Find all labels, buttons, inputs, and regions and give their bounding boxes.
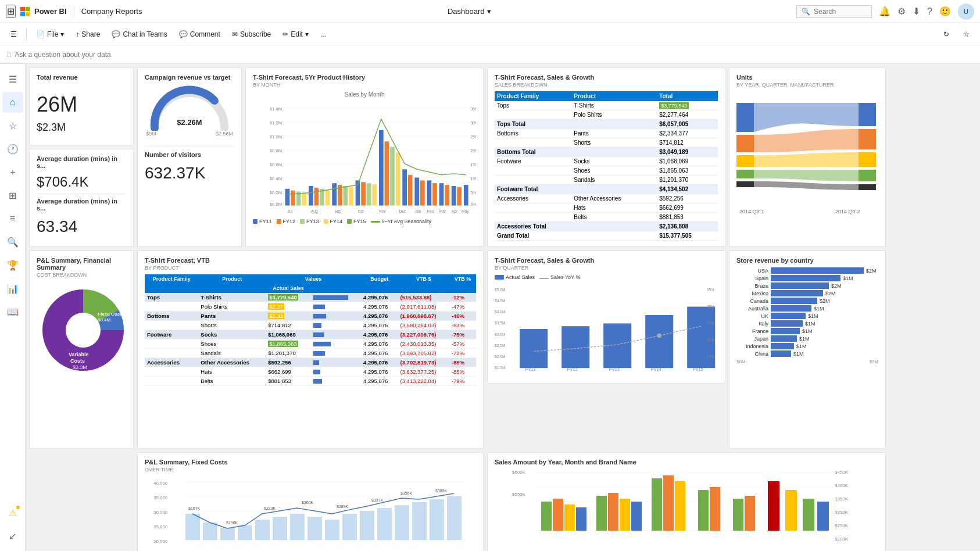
vtb-cell-vtbp: -12% <box>449 293 476 302</box>
file-chevron: ▾ <box>60 30 64 38</box>
vtb-cell-bar <box>311 302 361 312</box>
chat-in-teams-button[interactable]: 💬 Chat in Teams <box>107 28 171 41</box>
svg-text:$289K: $289K <box>337 505 349 509</box>
feedback-button[interactable]: 🙂 <box>939 6 951 17</box>
store-row-spain: Spain $1M <box>736 275 878 281</box>
sidebar-item-metrics[interactable]: 📊 <box>2 278 23 299</box>
notification-button[interactable]: 🔔 <box>879 6 890 17</box>
svg-text:$2.0M: $2.0M <box>495 355 506 359</box>
svg-rect-126 <box>273 517 287 540</box>
vtb-cell-bar <box>311 312 361 321</box>
refresh-button[interactable]: ↻ <box>939 28 954 41</box>
svg-text:$0.4M: $0.4M <box>98 317 111 323</box>
edit-button[interactable]: ✏ Edit ▾ <box>278 28 313 41</box>
cell-acc-total-val: $2,136,808 <box>657 222 718 231</box>
search-box[interactable]: 🔍 <box>796 5 872 18</box>
svg-rect-167 <box>663 475 674 531</box>
tshirt-sg-title: T-Shirt Forecast, Sales & Growth <box>495 74 718 81</box>
svg-rect-71 <box>736 181 754 187</box>
svg-rect-73 <box>859 129 876 149</box>
svg-text:Fixed Costs: Fixed Costs <box>98 312 124 317</box>
store-val-canada: $2M <box>820 298 830 304</box>
legend-yoy: Sales YoY % <box>539 274 580 280</box>
svg-rect-72 <box>859 103 876 126</box>
quarter-chart-svg: $5.0M $4.5M $4.0M $3.5M $3.0M $2.5M $2.0… <box>495 282 718 375</box>
svg-text:15%: 15% <box>470 163 476 167</box>
svg-text:$0.6M: $0.6M <box>270 162 282 167</box>
download-button[interactable]: ⬇ <box>913 6 920 17</box>
sidebar-item-learn[interactable]: 📖 <box>2 301 23 322</box>
dashboard-button[interactable]: Dashboard ▾ <box>448 7 491 16</box>
vtb-cell-actual: $881,853 <box>266 377 311 386</box>
vtb-th-budget: Budget <box>361 274 398 284</box>
svg-text:$196K: $196K <box>226 521 238 525</box>
vtb-cell-bar <box>311 339 361 349</box>
grid-menu-button[interactable]: ⊞ <box>6 5 16 18</box>
sidebar-item-explore[interactable]: 🔍 <box>2 231 23 252</box>
favorite-button[interactable]: ☆ <box>958 28 974 41</box>
subscribe-button[interactable]: ✉ Subscribe <box>227 28 276 41</box>
comment-button[interactable]: 💬 Comment <box>174 28 225 41</box>
share-label: Share <box>81 30 100 38</box>
svg-text:$550K: $550K <box>512 492 526 497</box>
svg-rect-32 <box>372 184 377 205</box>
vtb-cell-product: Pants <box>198 312 266 321</box>
tshirt-q-subtitle: BY QUARTER <box>495 265 718 271</box>
svg-rect-45 <box>452 186 456 206</box>
svg-text:10%: 10% <box>470 177 476 181</box>
svg-text:30,000: 30,000 <box>153 510 168 515</box>
vtb-cell-product: Polo Shirts <box>198 302 266 312</box>
vtb-cell-vtbv: (2,017,611.08) <box>398 302 449 312</box>
sidebar-item-menu[interactable]: ☰ <box>2 69 23 90</box>
menu-toggle-button[interactable]: ☰ <box>6 28 22 41</box>
legend-fy13-dot <box>300 219 305 224</box>
table-row-grand: Grand Total $15,377,505 <box>495 231 718 241</box>
search-input[interactable] <box>814 8 866 16</box>
store-label-spain: Spain <box>736 276 768 281</box>
layout: ☰ ⌂ ☆ 🕐 ＋ ⊞ ≡ 🔍 🏆 📊 📖 ⚠ ↙ Total revenue … <box>0 64 980 551</box>
sidebar-item-recent[interactable]: 🕐 <box>2 138 23 159</box>
table-row: Sandals $1,201,370 <box>495 176 718 185</box>
file-icon: 📄 <box>36 30 45 38</box>
vtb-th-vtb-pct: VTB % <box>449 274 476 284</box>
sidebar-item-favorites[interactable]: ☆ <box>2 115 23 136</box>
file-button[interactable]: 📄 File ▾ <box>31 28 69 41</box>
store-x-max: $2M <box>869 359 878 364</box>
svg-text:$250K: $250K <box>835 523 849 528</box>
svg-text:$350K: $350K <box>835 496 849 502</box>
sidebar-item-scorecard[interactable]: 🏆 <box>2 255 23 276</box>
table-row: Hats $662,699 <box>495 203 718 213</box>
gauge-range: $0M $2.56M <box>146 131 233 137</box>
svg-rect-24 <box>326 190 330 206</box>
vtb-cell-vtbp: -75% <box>449 330 476 339</box>
card-sales-year: Sales Amount by Year, Month and Brand Na… <box>487 452 886 551</box>
pie-container: Fixed Costs $0.4M Net Income $1.3M Varia… <box>37 284 130 377</box>
svg-rect-136 <box>447 496 462 540</box>
sidebar-item-apps[interactable]: ⊞ <box>2 185 23 206</box>
legend-fy12-dot <box>277 219 281 224</box>
help-button[interactable]: ? <box>927 6 932 17</box>
table-row-total: Bottoms Total $3,049,189 <box>495 148 718 157</box>
units-title: Units <box>736 74 878 81</box>
svg-text:FY12: FY12 <box>567 367 578 372</box>
vtb-th2-vtbp <box>449 284 476 293</box>
sidebar-item-create[interactable]: ＋ <box>2 162 23 183</box>
avatar[interactable]: U <box>958 3 974 20</box>
legend-fy11-label: FY11 <box>259 219 272 224</box>
store-val-japan: $1M <box>799 336 810 342</box>
store-bar-indonesia <box>771 343 794 349</box>
sidebar-item-home[interactable]: ⌂ <box>2 92 23 113</box>
sidebar-item-collapse[interactable]: ↙ <box>2 525 23 546</box>
search-icon: 🔍 <box>802 8 810 16</box>
share-button[interactable]: ↑ Share <box>71 28 105 41</box>
th-total: Total <box>657 91 718 101</box>
settings-button[interactable]: ⚙ <box>897 6 906 17</box>
cell-total: $1,865,063 <box>657 166 718 176</box>
cell-total: $2,334,377 <box>657 129 718 138</box>
cell-product: Pants <box>571 129 657 138</box>
more-button[interactable]: ... <box>316 28 331 41</box>
sidebar-item-workspaces[interactable]: ≡ <box>2 208 23 229</box>
svg-text:Variable: Variable <box>69 352 89 357</box>
sidebar-item-alerts[interactable]: ⚠ <box>2 502 23 523</box>
qna-input[interactable] <box>15 51 973 59</box>
